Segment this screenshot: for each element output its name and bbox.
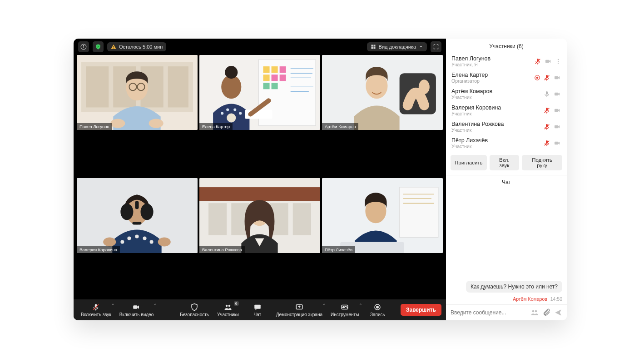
svg-point-79 [226, 304, 228, 307]
participant-meta: Павел Логунов Участник, Я [451, 55, 531, 67]
svg-rect-52 [135, 201, 139, 209]
chat-panel: Чат Как думаешь? Нужно это или нет? Артё… [446, 176, 567, 320]
warning-icon [111, 44, 116, 50]
svg-rect-29 [263, 83, 270, 89]
share-screen-button[interactable]: Демонстрация экрана ⌃ [273, 302, 325, 318]
camera-icon [132, 303, 140, 311]
participant-name: Валерия Коровина [451, 104, 540, 111]
time-remaining-chip[interactable]: Осталось 5:00 мин [107, 42, 166, 51]
participant-meta: Артём Комаров Участник [451, 88, 540, 100]
mic-status-icon [543, 90, 550, 98]
chevron-up-icon[interactable]: ⌃ [111, 303, 115, 308]
svg-point-41 [239, 112, 242, 114]
record-icon [373, 303, 381, 311]
invite-button[interactable]: Пригласить [451, 155, 487, 170]
svg-point-91 [558, 59, 559, 60]
time-remaining-text: Осталось 5:00 мин [119, 44, 163, 50]
app-window: Осталось 5:00 мин Вид докладчика [74, 39, 567, 320]
raise-hand-button[interactable]: Поднять руку [522, 155, 562, 170]
participant-meta: Валентина Рожкова Участник [451, 121, 540, 133]
fullscreen-button[interactable] [431, 41, 441, 52]
mic-status-icon [543, 107, 550, 114]
participant-row[interactable]: Пётр Лихачёв Участник [446, 135, 567, 151]
participant-meta: Пётр Лихачёв Участник [451, 137, 540, 149]
svg-point-92 [558, 61, 559, 62]
chat-message-meta: Артём Комаров 14:50 [513, 296, 562, 302]
end-meeting-button[interactable]: Завершить [401, 304, 441, 316]
camera-status-icon [553, 74, 561, 81]
video-tile[interactable]: Валентина Рожкова [199, 178, 320, 253]
unmute-button[interactable]: Вкл. звук [490, 155, 520, 170]
camera-status-icon [553, 123, 561, 130]
chat-input[interactable] [451, 309, 527, 316]
participant-row[interactable]: Валентина Рожкова Участник [446, 119, 567, 135]
participant-meta: Елена Картер Организатор [451, 72, 531, 84]
recording-icon [534, 75, 540, 81]
svg-point-95 [536, 77, 539, 79]
video-tile[interactable]: Павел Логунов [77, 55, 198, 130]
participant-video [322, 55, 443, 130]
share-icon [295, 303, 303, 311]
video-tile[interactable]: Пётр Лихачёв [322, 178, 443, 253]
svg-rect-110 [555, 125, 558, 129]
tile-name-label: Артём Комаров [322, 123, 358, 130]
chat-messages[interactable]: Как думаешь? Нужно это или нет? Артём Ко… [446, 188, 567, 304]
tile-name-label: Павел Логунов [77, 123, 112, 130]
svg-point-58 [150, 240, 154, 244]
security-label: Безопасность [180, 312, 209, 317]
bottom-toolbar: Включить звук ⌃ Включить видео ⌃ Безопас… [74, 299, 446, 320]
participants-button[interactable]: 6 Участники [214, 302, 242, 318]
participant-row[interactable]: Елена Картер Организатор [446, 70, 567, 86]
chevron-up-icon[interactable]: ⌃ [322, 303, 326, 308]
view-mode-label: Вид докладчика [379, 44, 416, 50]
mic-status-icon [534, 58, 541, 65]
svg-rect-30 [272, 83, 278, 89]
svg-point-50 [120, 204, 133, 220]
participant-row[interactable]: Валерия Коровина Участник [446, 102, 567, 119]
tile-name-label: Валерия Коровина [77, 246, 120, 253]
video-tile[interactable]: Артём Комаров [322, 55, 443, 130]
participant-row[interactable]: Павел Логунов Участник, Я [446, 53, 567, 70]
participant-video [77, 178, 198, 253]
participant-video [199, 55, 320, 130]
view-mode-dropdown[interactable]: Вид докладчика [367, 42, 427, 51]
svg-point-57 [143, 236, 147, 240]
participants-title: Участники (6) [446, 39, 567, 53]
chat-message-time: 14:50 [550, 296, 562, 302]
security-button[interactable]: Безопасность [177, 302, 212, 318]
chevron-up-icon[interactable]: ⌃ [359, 303, 362, 308]
chat-message-bubble: Как думаешь? Нужно это или нет? [466, 281, 562, 293]
record-button[interactable]: Запись [364, 302, 391, 318]
svg-rect-102 [555, 93, 558, 96]
svg-point-19 [110, 119, 125, 128]
video-tile[interactable]: Валерия Коровина [77, 178, 198, 253]
tools-button[interactable]: Инструменты ⌃ [328, 302, 362, 318]
attach-icon[interactable] [542, 308, 550, 317]
mic-status-icon [543, 139, 550, 147]
chevron-up-icon[interactable]: ⌃ [154, 303, 157, 308]
send-icon[interactable] [554, 308, 562, 317]
svg-point-40 [233, 108, 236, 111]
svg-point-38 [221, 112, 223, 114]
tools-label: Инструменты [331, 312, 359, 317]
svg-rect-78 [134, 305, 138, 309]
more-menu-icon[interactable] [555, 58, 561, 65]
mic-button[interactable]: Включить звук ⌃ [78, 302, 114, 318]
camera-status-icon [544, 58, 552, 65]
participant-role: Участник [451, 111, 540, 116]
mention-icon[interactable] [530, 308, 539, 317]
fullscreen-icon [433, 44, 439, 50]
info-icon[interactable] [78, 41, 89, 52]
chat-title: Чат [446, 176, 567, 188]
chat-button[interactable]: Чат [244, 302, 271, 318]
shield-icon[interactable] [93, 41, 104, 52]
top-bar: Осталось 5:00 мин Вид докладчика [74, 39, 446, 55]
video-tile[interactable]: Елена Картер [199, 55, 320, 130]
svg-point-86 [376, 306, 379, 308]
svg-rect-11 [86, 66, 109, 107]
svg-rect-25 [263, 75, 270, 81]
participant-row[interactable]: Артём Комаров Участник [446, 86, 567, 102]
svg-point-51 [141, 204, 154, 220]
camera-button[interactable]: Включить видео ⌃ [117, 302, 157, 318]
tools-icon [341, 303, 349, 311]
